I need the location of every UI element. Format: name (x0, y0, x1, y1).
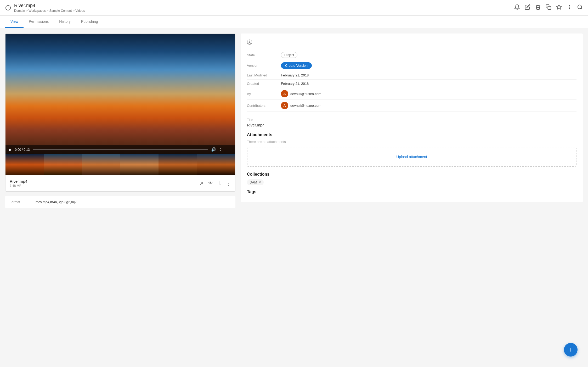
file-info-left: River.mp4 7.48 MB (10, 179, 27, 188)
thumbnail-6[interactable] (197, 154, 235, 175)
thumbnail-3[interactable] (82, 154, 120, 175)
right-panel: Ⓐ State Project Version Create Version L… (241, 34, 583, 202)
state-label: State (247, 53, 281, 57)
last-modified-label: Last Modified (247, 73, 281, 77)
tags-title: Tags (247, 190, 576, 194)
thumbnail-2[interactable] (44, 154, 82, 175)
format-value: mov,mp4,m4a,3gp,3g2,mj2 (36, 200, 77, 204)
metadata-table: State Project Version Create Version Las… (247, 50, 576, 112)
video-more-icon[interactable]: ⋮ (228, 147, 232, 152)
document-icon (5, 5, 11, 11)
contributors-user: devnull@nuxeo.com (290, 104, 321, 108)
alarm-icon[interactable] (514, 4, 520, 11)
attachments-title: Attachments (247, 132, 576, 137)
left-panel: ▶ 0:00 / 0:13 🔊 ⛶ ⋮ (5, 34, 235, 208)
upload-area[interactable]: Upload attachment (247, 147, 576, 167)
collection-tag-label: DAM (250, 180, 257, 184)
more-vertical-icon[interactable] (567, 4, 572, 11)
tab-permissions[interactable]: Permissions (24, 16, 54, 28)
open-external-icon[interactable]: ➚ (200, 181, 203, 186)
collection-tags: DAM ✕ (247, 179, 576, 185)
created-value: February 21, 2018 (281, 82, 576, 86)
svg-rect-1 (548, 6, 551, 9)
tab-view[interactable]: View (5, 16, 24, 28)
state-value: Project (281, 52, 576, 58)
main-content: ▶ 0:00 / 0:13 🔊 ⛶ ⋮ (0, 28, 588, 213)
video-time: 0:00 / 0:13 (15, 148, 30, 152)
version-label: Version (247, 64, 281, 68)
tags-section: Tags (247, 190, 576, 194)
contributors-row: Contributors A devnull@nuxeo.com (247, 100, 576, 112)
title-label: Title (247, 118, 576, 122)
collections-section: Collections DAM ✕ (247, 172, 576, 185)
topbar-actions (514, 4, 583, 11)
svg-marker-2 (557, 5, 561, 9)
thumbnail-5[interactable] (159, 154, 197, 175)
svg-point-6 (578, 5, 582, 9)
volume-icon[interactable]: 🔊 (211, 147, 216, 152)
created-row: Created February 21, 2018 (247, 80, 576, 88)
tab-history[interactable]: History (54, 16, 76, 28)
video-player[interactable]: ▶ 0:00 / 0:13 🔊 ⛶ ⋮ (5, 34, 235, 154)
thumbnail-4[interactable] (120, 154, 159, 175)
file-info-bar: River.mp4 7.48 MB ➚ 👁 ⇩ ⋮ (5, 175, 235, 191)
by-label: By (247, 92, 281, 96)
video-right-controls: 🔊 ⛶ ⋮ (211, 147, 232, 152)
svg-point-4 (569, 7, 570, 7)
format-section: Format mov,mp4,m4a,3gp,3g2,mj2 (5, 196, 235, 208)
fullscreen-icon[interactable]: ⛶ (220, 147, 224, 152)
delete-icon[interactable] (535, 4, 541, 11)
tabs-bar: View Permissions History Publishing (0, 16, 588, 28)
breadcrumb: Domain > Workspaces > Sample Content > V… (14, 9, 85, 13)
contributors-avatar: A (281, 102, 288, 109)
video-controls: ▶ 0:00 / 0:13 🔊 ⛶ ⋮ (5, 145, 235, 154)
video-scene (5, 34, 235, 154)
attachments-section: Attachments There are no attachments Upl… (247, 132, 576, 167)
collection-tag-remove[interactable]: ✕ (259, 181, 261, 184)
tab-publishing[interactable]: Publishing (76, 16, 103, 28)
topbar: River.mp4 Domain > Workspaces > Sample C… (0, 0, 588, 16)
by-user-info: A devnull@nuxeo.com (281, 90, 576, 97)
file-actions: ➚ 👁 ⇩ ⋮ (200, 181, 231, 186)
info-icon: Ⓐ (247, 39, 576, 46)
video-frame (5, 34, 235, 154)
file-name: River.mp4 (10, 179, 27, 184)
contributors-value: A devnull@nuxeo.com (281, 102, 576, 109)
star-icon[interactable] (556, 4, 562, 11)
title-value: River.mp4 (247, 123, 576, 127)
preview-icon[interactable]: 👁 (208, 181, 213, 186)
by-row: By A devnull@nuxeo.com (247, 88, 576, 100)
topbar-left: River.mp4 Domain > Workspaces > Sample C… (5, 3, 85, 13)
title-section: Title River.mp4 (247, 118, 576, 127)
collection-tag-dam: DAM ✕ (247, 179, 264, 185)
last-modified-value: February 21, 2018 (281, 73, 576, 77)
format-label: Format (9, 200, 30, 204)
version-row: Version Create Version (247, 60, 576, 71)
video-wrapper: ▶ 0:00 / 0:13 🔊 ⛶ ⋮ (5, 34, 235, 192)
video-progress-bar[interactable] (33, 149, 208, 150)
by-value: A devnull@nuxeo.com (281, 90, 576, 97)
video-thumbnails (5, 154, 235, 175)
upload-link[interactable]: Upload attachment (396, 155, 427, 159)
state-badge: Project (281, 52, 297, 58)
svg-line-7 (581, 8, 582, 9)
create-version-button[interactable]: Create Version (281, 62, 312, 69)
state-row: State Project (247, 50, 576, 60)
file-more-icon[interactable]: ⋮ (226, 181, 231, 186)
play-button[interactable]: ▶ (9, 147, 12, 152)
download-icon[interactable]: ⇩ (218, 181, 222, 186)
created-label: Created (247, 82, 281, 86)
topbar-title-group: River.mp4 Domain > Workspaces > Sample C… (14, 3, 85, 13)
search-icon[interactable] (577, 4, 583, 11)
thumbnail-1[interactable] (5, 154, 44, 175)
copy-icon[interactable] (546, 4, 551, 11)
edit-icon[interactable] (525, 4, 530, 11)
no-attachments-text: There are no attachments (247, 140, 576, 144)
version-value: Create Version (281, 62, 576, 69)
page-title: River.mp4 (14, 3, 85, 8)
last-modified-row: Last Modified February 21, 2018 (247, 71, 576, 80)
file-size: 7.48 MB (10, 184, 27, 188)
by-avatar: A (281, 90, 288, 97)
contributors-label: Contributors (247, 104, 281, 108)
collections-title: Collections (247, 172, 576, 177)
